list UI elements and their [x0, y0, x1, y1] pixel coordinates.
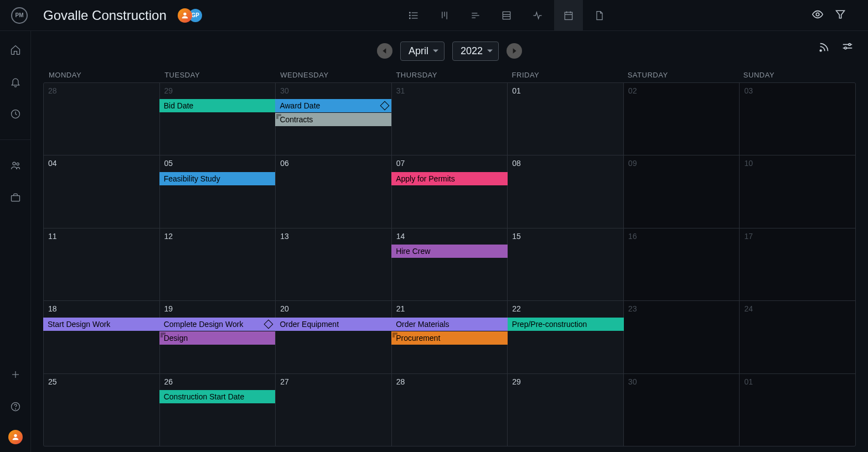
- event-bar[interactable]: Apply for Permits: [391, 172, 508, 185]
- day-cell[interactable]: 28: [44, 83, 159, 155]
- event-bar[interactable]: Procurement: [391, 331, 508, 345]
- day-header: MONDAY: [44, 71, 160, 79]
- event-bar[interactable]: Bid Date: [159, 99, 276, 112]
- event-bar[interactable]: Design: [159, 331, 276, 345]
- day-cell[interactable]: 04: [44, 155, 159, 227]
- sliders-icon[interactable]: [841, 41, 854, 53]
- view-file-icon[interactable]: [585, 0, 614, 31]
- avatar-group[interactable]: GP: [178, 8, 202, 23]
- filter-icon[interactable]: [835, 9, 846, 22]
- day-number: 26: [164, 377, 271, 386]
- day-cell[interactable]: 01: [508, 83, 623, 155]
- day-cell[interactable]: 06: [276, 155, 391, 227]
- year-dropdown[interactable]: 2022: [452, 41, 499, 61]
- day-cell[interactable]: 02: [624, 83, 740, 155]
- clock-icon[interactable]: [7, 105, 24, 123]
- svg-marker-21: [836, 11, 845, 18]
- day-cell[interactable]: 01: [740, 374, 855, 446]
- day-cell[interactable]: 28: [392, 374, 508, 446]
- day-cell[interactable]: 11: [44, 228, 159, 300]
- view-board-icon[interactable]: [430, 0, 459, 31]
- day-number: 16: [628, 232, 735, 241]
- day-cell[interactable]: 23: [624, 301, 740, 373]
- prev-month-button[interactable]: [377, 43, 392, 59]
- event-bar[interactable]: Hire Crew: [391, 245, 508, 258]
- day-number: 30: [628, 377, 735, 386]
- event-bar[interactable]: Order Materials: [391, 318, 508, 331]
- event-bar[interactable]: Contracts: [275, 113, 391, 126]
- day-number: 08: [512, 159, 619, 168]
- bell-icon[interactable]: [7, 73, 24, 91]
- day-number: 02: [628, 86, 735, 95]
- event-bar[interactable]: Order Equipment: [275, 318, 391, 331]
- day-cell[interactable]: 29: [508, 374, 623, 446]
- day-cell[interactable]: 20: [276, 301, 391, 373]
- svg-marker-32: [513, 48, 516, 54]
- day-cell[interactable]: 16: [624, 228, 740, 300]
- day-header: THURSDAY: [391, 71, 507, 79]
- visibility-icon[interactable]: [812, 8, 824, 23]
- day-cell[interactable]: 18: [44, 301, 159, 373]
- day-number: 07: [396, 159, 503, 168]
- add-icon[interactable]: [7, 366, 24, 383]
- day-cell[interactable]: 31: [392, 83, 508, 155]
- event-bar[interactable]: Prep/Pre-construction: [508, 318, 624, 331]
- day-cell[interactable]: 22: [508, 301, 623, 373]
- day-number: 28: [48, 86, 155, 95]
- day-cell[interactable]: 24: [740, 301, 855, 373]
- day-cell[interactable]: 09: [624, 155, 740, 227]
- day-cell[interactable]: 29: [160, 83, 276, 155]
- day-cell[interactable]: 17: [740, 228, 855, 300]
- view-calendar-icon[interactable]: [554, 0, 583, 31]
- day-cell[interactable]: 15: [508, 228, 623, 300]
- day-cell[interactable]: 13: [276, 228, 391, 300]
- day-header: WEDNESDAY: [276, 71, 391, 79]
- view-gantt-icon[interactable]: [461, 0, 490, 31]
- current-user-avatar[interactable]: [8, 430, 23, 444]
- day-cell[interactable]: 07: [392, 155, 508, 227]
- svg-point-30: [14, 434, 17, 437]
- briefcase-icon[interactable]: [7, 189, 24, 206]
- view-activity-icon[interactable]: [523, 0, 552, 31]
- day-number: 27: [280, 377, 387, 386]
- day-cell[interactable]: 30: [624, 374, 740, 446]
- day-cell[interactable]: 14: [392, 228, 508, 300]
- sidebar: [0, 31, 31, 452]
- svg-point-4: [410, 12, 411, 13]
- event-bar[interactable]: Start Design Work: [43, 318, 159, 331]
- day-cell[interactable]: 08: [508, 155, 623, 227]
- event-bar[interactable]: Construction Start Date: [159, 390, 276, 403]
- day-cell[interactable]: 12: [160, 228, 276, 300]
- day-cell[interactable]: 05: [160, 155, 276, 227]
- svg-rect-16: [565, 12, 572, 19]
- event-bar[interactable]: Complete Design Work: [159, 318, 276, 331]
- day-cell[interactable]: 10: [740, 155, 855, 227]
- rss-icon[interactable]: [818, 41, 830, 53]
- day-number: 18: [48, 304, 155, 313]
- view-sheet-icon[interactable]: [492, 0, 521, 31]
- app-logo[interactable]: PM: [11, 7, 28, 24]
- day-header: FRIDAY: [508, 71, 623, 79]
- day-number: 10: [744, 159, 851, 168]
- svg-point-29: [15, 409, 16, 409]
- help-icon[interactable]: [7, 398, 24, 415]
- month-dropdown[interactable]: April: [400, 41, 445, 61]
- day-cell[interactable]: 26: [160, 374, 276, 446]
- day-cell[interactable]: 25: [44, 374, 159, 446]
- day-cell[interactable]: 03: [740, 83, 855, 155]
- next-month-button[interactable]: [507, 43, 522, 59]
- view-list-icon[interactable]: [399, 0, 428, 31]
- day-header: TUESDAY: [160, 71, 276, 79]
- home-icon[interactable]: [7, 41, 24, 59]
- people-icon[interactable]: [7, 157, 24, 174]
- day-number: 14: [396, 232, 503, 241]
- day-number: 04: [48, 159, 155, 168]
- event-bar[interactable]: Award Date: [275, 99, 391, 112]
- svg-point-0: [183, 12, 186, 15]
- project-title: Govalle Construction: [43, 8, 167, 23]
- day-number: 13: [280, 232, 387, 241]
- svg-point-6: [410, 18, 411, 19]
- day-cell[interactable]: 27: [276, 374, 391, 446]
- avatar-user-1[interactable]: [178, 8, 192, 23]
- event-bar[interactable]: Feasibility Study: [159, 172, 276, 185]
